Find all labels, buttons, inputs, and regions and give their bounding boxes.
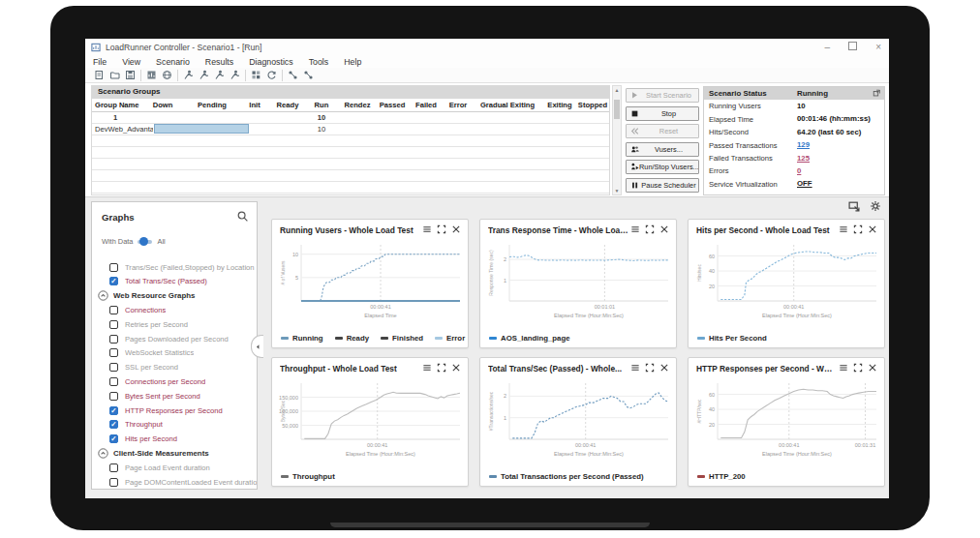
gear-icon[interactable] — [870, 200, 881, 212]
checkbox[interactable] — [109, 306, 118, 314]
column-header-group-name: Group Name — [95, 101, 139, 109]
checkbox[interactable] — [109, 463, 118, 472]
checkbox[interactable] — [109, 377, 118, 386]
status-label: Failed Transactions — [709, 154, 773, 163]
chart-menu-icon[interactable] — [422, 224, 432, 234]
graph-item-page-domcontentloaded-event-duration[interactable]: Page DOMContentLoaded Event duration — [92, 475, 257, 489]
connect-icon[interactable] — [251, 70, 261, 80]
graphs-section-client-side-measurements[interactable]: Client-Side Measurements — [92, 446, 257, 460]
scrollbar-thumb[interactable] — [614, 100, 620, 119]
chart-menu-icon[interactable] — [839, 363, 848, 373]
chevron-up-icon[interactable] — [98, 448, 108, 459]
graph-item-throughput[interactable]: ✓Throughput — [92, 418, 257, 432]
checkbox[interactable] — [109, 335, 118, 344]
checkbox[interactable] — [109, 363, 118, 372]
graph-item-websocket-statistics[interactable]: WebSocket Statistics — [92, 346, 257, 360]
graph-item-connections[interactable]: Connections — [92, 303, 257, 316]
search-icon[interactable] — [237, 211, 248, 222]
chevron-up-icon[interactable] — [98, 290, 108, 301]
scroll-down-icon[interactable]: ▼ — [613, 188, 621, 194]
run-stop-vusers-button[interactable]: Run/Stop Vusers... — [626, 160, 699, 174]
refresh-icon[interactable] — [266, 70, 277, 80]
stop-vusers-icon[interactable] — [230, 70, 240, 80]
graph-item-http-responses-per-second[interactable]: ✓HTTP Responses per Second — [92, 404, 257, 417]
chart-expand-icon[interactable] — [437, 224, 446, 234]
graph-item-pages-downloaded-per-second[interactable]: Pages Downloaded per Second — [92, 332, 257, 345]
graphs-section-web-resource-graphs[interactable]: Web Resource Graphs — [92, 289, 257, 303]
chart-expand-icon[interactable] — [853, 224, 863, 234]
chart-menu-icon[interactable] — [422, 363, 432, 373]
run-vusers-icon[interactable] — [183, 70, 194, 80]
stop-button[interactable]: Stop — [626, 106, 699, 121]
chart-close-icon[interactable] — [451, 224, 461, 234]
checkbox[interactable]: ✓ — [109, 277, 118, 285]
chart-menu-icon[interactable] — [630, 224, 640, 234]
table-scrollbar[interactable]: ▲ ▼ — [612, 85, 622, 195]
scroll-up-icon[interactable]: ▲ — [613, 87, 621, 93]
status-value[interactable]: 0 — [797, 166, 801, 175]
graphs-filter-toggle[interactable]: With Data All — [102, 237, 166, 246]
filter-toggle-track[interactable] — [138, 240, 152, 244]
filter-toggle-knob[interactable] — [139, 237, 148, 246]
chart-menu-icon[interactable] — [839, 224, 848, 234]
status-value[interactable]: 125 — [797, 154, 810, 163]
graph-item-connections-per-second[interactable]: Connections per Second — [92, 374, 257, 388]
maximize-icon[interactable] — [848, 42, 857, 52]
graph-item-total-trans-sec-passed[interactable]: ✓Total Trans/Sec (Passed) — [92, 275, 257, 288]
menu-help[interactable]: Help — [336, 57, 369, 67]
graph-item-ssl-per-second[interactable]: SSL per Second — [92, 361, 257, 374]
menu-file[interactable]: File — [85, 57, 114, 67]
pause-scheduler-button[interactable]: Pause Scheduler — [626, 178, 699, 193]
open-scenario-icon[interactable] — [109, 70, 120, 80]
export-graphs-icon[interactable] — [848, 200, 860, 212]
diagnostics-icon[interactable] — [288, 70, 298, 80]
new-scenario-icon[interactable] — [94, 70, 105, 80]
checkbox[interactable]: ✓ — [109, 406, 118, 415]
chart-legend: Total Transactions per Second (Passed) — [489, 472, 644, 481]
column-header-pending: Pending — [198, 101, 227, 109]
chart-close-icon[interactable] — [451, 363, 461, 373]
graph-item-retries-per-second[interactable]: Retries per Second — [92, 317, 257, 331]
checkbox[interactable] — [109, 348, 118, 357]
close-icon[interactable]: × — [875, 43, 881, 52]
menu-tools[interactable]: Tools — [301, 57, 337, 67]
chart-expand-icon[interactable] — [645, 224, 655, 234]
menu-diagnostics[interactable]: Diagnostics — [241, 57, 300, 67]
status-value[interactable]: OFF — [797, 179, 812, 188]
pause-vusers-icon[interactable] — [214, 70, 225, 80]
popout-icon[interactable] — [873, 89, 881, 98]
selected-cell[interactable] — [154, 124, 249, 134]
menu-results[interactable]: Results — [198, 57, 241, 67]
vusers-button[interactable]: Vusers... — [626, 142, 699, 157]
graph-item-bytes-sent-per-second[interactable]: Bytes Sent per Second — [92, 389, 257, 403]
checkbox[interactable] — [109, 392, 118, 401]
graph-item-trans-sec-failed-stopped-by-location[interactable]: Trans/Sec (Failed,Stopped) by Location — [92, 260, 257, 274]
menu-scenario[interactable]: Scenario — [148, 57, 198, 67]
checkbox[interactable] — [109, 320, 118, 329]
results-settings-icon[interactable] — [146, 70, 157, 80]
sidebar-collapse-handle[interactable] — [251, 335, 263, 358]
chart-expand-icon[interactable] — [853, 363, 863, 373]
checkbox[interactable]: ✓ — [109, 420, 118, 429]
minimize-icon[interactable]: – — [825, 43, 831, 52]
checkbox[interactable] — [109, 478, 118, 487]
status-value[interactable]: 129 — [797, 140, 810, 149]
checkbox[interactable] — [109, 263, 118, 272]
chart-expand-icon[interactable] — [437, 363, 446, 373]
chart-close-icon[interactable] — [659, 363, 669, 373]
table-row[interactable]: DevWeb_Advantag10 — [92, 124, 609, 135]
chart-close-icon[interactable] — [868, 363, 877, 373]
chart-expand-icon[interactable] — [645, 363, 655, 373]
graph-item-hits-per-second[interactable]: ✓Hits per Second — [92, 433, 257, 446]
chart-title: Total Trans/Sec (Passed) - Whole... — [488, 364, 622, 374]
checkbox[interactable]: ✓ — [109, 434, 118, 443]
graph-item-page-load-event-duration[interactable]: Page Load Event duration — [92, 461, 257, 474]
save-scenario-icon[interactable] — [125, 70, 136, 80]
chart-menu-icon[interactable] — [630, 363, 640, 373]
chart-close-icon[interactable] — [659, 224, 669, 234]
menu-view[interactable]: View — [114, 57, 148, 67]
add-vusers-icon[interactable] — [199, 70, 209, 80]
analysis-icon[interactable] — [303, 70, 314, 80]
chart-close-icon[interactable] — [868, 224, 877, 234]
online-mode-icon[interactable] — [162, 70, 172, 80]
